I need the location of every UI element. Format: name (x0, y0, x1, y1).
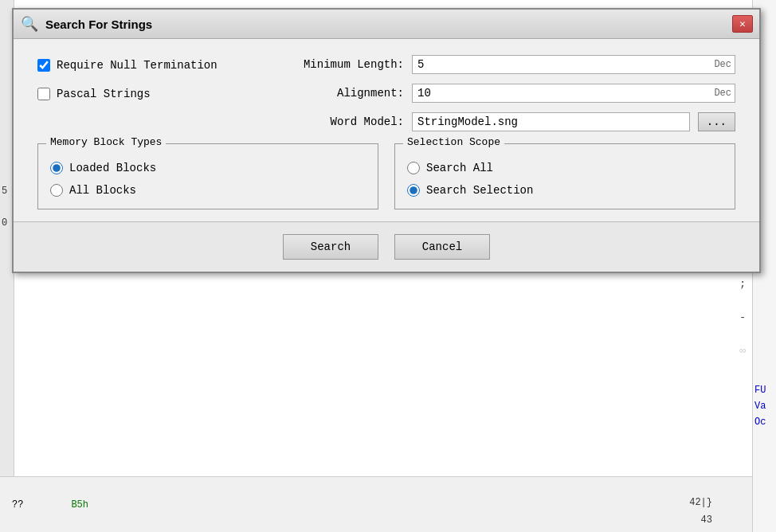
selection-scope-group: Selection Scope Search All Search Select… (394, 143, 735, 209)
memory-block-types-group: Memory Block Types Loaded Blocks All Blo… (37, 143, 378, 209)
top-options: Require Null Termination Pascal Strings … (37, 55, 735, 131)
dialog-titlebar: 🔍 Search For Strings ✕ (14, 10, 759, 39)
cancel-button[interactable]: Cancel (394, 234, 490, 260)
loaded-blocks-label[interactable]: Loaded Blocks (69, 162, 156, 174)
alignment-input[interactable] (412, 84, 735, 103)
groups-row: Memory Block Types Loaded Blocks All Blo… (37, 143, 735, 209)
dialog-icon: 🔍 (20, 14, 39, 33)
require-null-row: Require Null Termination (37, 59, 261, 72)
word-model-input[interactable] (412, 112, 690, 131)
right-panel-oc: Oc (754, 414, 766, 430)
close-button[interactable]: ✕ (732, 15, 753, 33)
alignment-label: Alignment: (292, 87, 404, 100)
left-checkboxes: Require Null Termination Pascal Strings (37, 55, 261, 131)
bottom-bar: ?? B5h 42|} 43 (0, 476, 752, 532)
dialog-title: Search For Strings (45, 18, 726, 31)
search-all-radio[interactable] (407, 162, 420, 174)
loaded-blocks-radio[interactable] (50, 162, 63, 174)
memory-block-legend: Memory Block Types (46, 136, 166, 148)
alignment-row: Alignment: Dec (292, 84, 735, 103)
search-selection-row: Search Selection (407, 184, 723, 197)
right-fields: Minimum Length: Dec Alignment: Dec (292, 55, 735, 131)
search-selection-label[interactable]: Search Selection (426, 184, 533, 197)
right-panel-fu: FU (754, 382, 766, 398)
loaded-blocks-row: Loaded Blocks (50, 162, 366, 174)
require-null-label[interactable]: Require Null Termination (57, 59, 218, 72)
pascal-strings-row: Pascal Strings (37, 88, 261, 100)
min-length-input[interactable] (412, 55, 735, 74)
pascal-strings-checkbox[interactable] (37, 88, 50, 100)
pascal-strings-label[interactable]: Pascal Strings (57, 88, 151, 100)
min-length-label: Minimum Length: (292, 58, 404, 71)
min-length-wrapper: Dec (412, 55, 735, 74)
selection-scope-legend: Selection Scope (403, 136, 504, 148)
browse-button[interactable]: ... (698, 112, 735, 131)
bottom-line1: 42|} (689, 497, 712, 508)
all-blocks-row: All Blocks (50, 184, 366, 197)
search-button[interactable]: Search (283, 234, 378, 260)
search-selection-radio[interactable] (407, 184, 420, 197)
right-panel-va: Va (754, 398, 766, 414)
bottom-col1: ?? (12, 499, 23, 510)
bottom-line2: 43 (701, 514, 712, 526)
bg-line-numbers: 5 0 (2, 175, 7, 239)
word-model-label: Word Model: (292, 115, 404, 128)
dialog-footer: Search Cancel (14, 221, 759, 272)
bottom-col2: B5h (71, 499, 88, 510)
search-all-label[interactable]: Search All (426, 162, 493, 174)
search-dialog: 🔍 Search For Strings ✕ Require Null Term… (12, 8, 761, 273)
search-all-row: Search All (407, 162, 723, 174)
dialog-body: Require Null Termination Pascal Strings … (14, 39, 759, 221)
all-blocks-radio[interactable] (50, 184, 63, 197)
min-length-row: Minimum Length: Dec (292, 55, 735, 74)
require-null-checkbox[interactable] (37, 59, 50, 72)
all-blocks-label[interactable]: All Blocks (69, 184, 136, 197)
alignment-wrapper: Dec (412, 84, 735, 103)
word-model-row: Word Model: ... (292, 112, 735, 131)
